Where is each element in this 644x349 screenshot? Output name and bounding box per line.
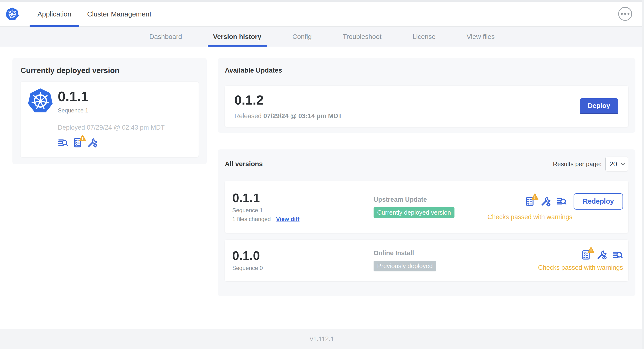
app-subnav: Dashboard Version history Config Trouble… (0, 27, 644, 47)
row-version-number: 0.1.0 (232, 250, 374, 262)
subnav-tab-license[interactable]: License (397, 27, 451, 47)
subnav-tab-troubleshoot[interactable]: Troubleshoot (327, 27, 397, 47)
kubernetes-logo-icon (5, 7, 19, 21)
admin-console-page: Application Cluster Management Dashboard… (0, 0, 644, 349)
warning-triangle-icon (531, 193, 538, 200)
version-row: 0.1.1 Sequence 1 1 files changed View di… (225, 181, 628, 233)
status-badge: Previously deployed (374, 261, 436, 272)
subnav-tab-view-files[interactable]: View files (451, 27, 510, 47)
release-notes-icon[interactable] (612, 250, 623, 260)
version-source-label: Online Install (374, 250, 436, 257)
row-action-icons: Redeploy (525, 193, 623, 210)
all-versions-card: All versions Results per page: 20 (218, 150, 636, 296)
checks-status-link[interactable]: Checks passed with warnings (488, 214, 572, 221)
version-source-label: Upstream Update (374, 196, 454, 204)
redeploy-button[interactable]: Redeploy (574, 193, 623, 210)
topbar: Application Cluster Management (0, 2, 644, 27)
deployed-sequence: Sequence 1 (58, 107, 165, 114)
results-per-page-select[interactable]: 20 (605, 156, 628, 172)
view-diff-link[interactable]: View diff (276, 216, 299, 222)
results-per-page: Results per page: 20 (553, 156, 628, 172)
ellipsis-icon (621, 13, 623, 15)
update-version-number: 0.1.2 (234, 92, 342, 108)
tab-application[interactable]: Application (30, 2, 79, 26)
preflight-checks-warning-icon[interactable] (581, 250, 592, 260)
available-updates-title: Available Updates (225, 66, 628, 74)
checks-status-link[interactable]: Checks passed with warnings (538, 264, 623, 272)
console-version-label: v1.112.1 (310, 336, 334, 343)
subnav-tab-version-history[interactable]: Version history (198, 27, 277, 47)
main-content: Currently deployed version 0.1.1 Sequenc… (0, 47, 644, 329)
update-released-line: Released 07/29/24 @ 03:14 pm MDT (234, 112, 342, 120)
footer: v1.112.1 (0, 329, 644, 349)
chevron-down-icon (620, 162, 625, 166)
version-row: 0.1.0 Sequence 0 Online Install Previous… (225, 240, 628, 281)
tab-cluster-management[interactable]: Cluster Management (79, 2, 159, 26)
top-tabs: Application Cluster Management (30, 2, 159, 26)
all-versions-title: All versions (225, 160, 263, 168)
app-kubernetes-logo-icon (27, 88, 54, 114)
row-action-icons (581, 250, 623, 260)
row-sequence: Sequence 0 (232, 265, 374, 272)
warning-triangle-icon (588, 246, 594, 254)
tab-application-label: Application (38, 10, 71, 18)
deployed-timestamp: Deployed 07/29/24 @ 02:43 pm MDT (58, 124, 165, 131)
deploy-button[interactable]: Deploy (580, 98, 618, 114)
currently-deployed-card: Currently deployed version 0.1.1 Sequenc… (12, 58, 207, 164)
more-menu-button[interactable] (618, 7, 632, 21)
currently-deployed-title: Currently deployed version (20, 66, 198, 75)
deployed-action-icons (58, 138, 165, 148)
scrollbar[interactable] (642, 0, 644, 349)
preflight-checks-warning-icon[interactable] (525, 196, 536, 207)
deployed-version-panel: 0.1.1 Sequence 1 Deployed 07/29/24 @ 02:… (20, 82, 198, 157)
tab-cluster-management-label: Cluster Management (87, 10, 151, 18)
deployed-version-number: 0.1.1 (58, 89, 165, 104)
config-icon[interactable] (87, 138, 98, 148)
right-column: Available Updates 0.1.2 Released 07/29/2… (218, 58, 636, 296)
subnav-tab-config[interactable]: Config (277, 27, 327, 47)
release-notes-icon[interactable] (556, 196, 567, 207)
update-row: 0.1.2 Released 07/29/24 @ 03:14 pm MDT D… (225, 86, 628, 127)
config-icon[interactable] (541, 196, 551, 207)
all-versions-header: All versions Results per page: 20 (225, 156, 628, 172)
status-badge: Currently deployed version (374, 207, 454, 218)
row-sequence: Sequence 1 (232, 207, 374, 214)
available-updates-card: Available Updates 0.1.2 Released 07/29/2… (218, 58, 636, 133)
config-diff-icon[interactable] (597, 250, 607, 260)
preflight-checks-warning-icon[interactable] (72, 138, 83, 148)
subnav-tab-dashboard[interactable]: Dashboard (134, 27, 198, 47)
results-per-page-label: Results per page: (553, 160, 602, 168)
release-notes-icon[interactable] (58, 138, 68, 148)
warning-triangle-icon (79, 134, 86, 142)
update-released-timestamp: 07/29/24 @ 03:14 pm MDT (264, 112, 342, 120)
row-version-number: 0.1.1 (232, 192, 374, 204)
window-top-strip (0, 0, 644, 2)
files-changed-label: 1 files changed (232, 216, 271, 222)
